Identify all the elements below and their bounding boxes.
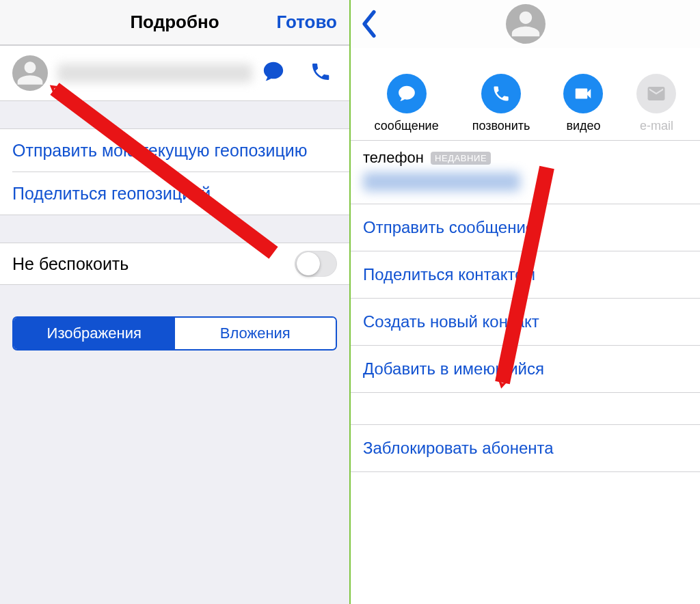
done-button[interactable]: Готово — [277, 12, 337, 33]
email-action: e-mail — [636, 74, 676, 133]
block-contact-link[interactable]: Заблокировать абонента — [351, 424, 700, 472]
segment-images[interactable]: Изображения — [14, 318, 175, 349]
dnd-cell: Не беспокоить — [0, 243, 349, 285]
phone-circle-icon — [481, 74, 521, 113]
phone-number-blurred — [57, 64, 252, 83]
video-action[interactable]: видео — [563, 74, 603, 133]
message-circle-icon — [387, 74, 427, 113]
action-button-row: сообщение позвонить видео e-mail — [351, 48, 700, 141]
phone-label: телефон — [363, 149, 424, 167]
share-contact-link[interactable]: Поделиться контактом — [351, 251, 700, 299]
message-label: сообщение — [375, 119, 439, 133]
avatar-icon — [506, 4, 546, 44]
email-label: e-mail — [640, 119, 673, 133]
share-location-cell[interactable]: Поделиться геопозицией — [0, 172, 349, 215]
video-circle-icon — [563, 74, 603, 113]
contact-pane: сообщение позвонить видео e-mail — [350, 0, 700, 604]
call-label: позвонить — [472, 119, 530, 133]
dnd-label: Не беспокоить — [12, 254, 295, 274]
location-group: Отправить мою текущую геопозицию Поделит… — [0, 128, 349, 215]
recent-badge: НЕДАВНИЕ — [431, 152, 491, 165]
send-message-link[interactable]: Отправить сообщение — [351, 204, 700, 251]
call-action[interactable]: позвонить — [472, 74, 530, 133]
nav-bar: Подробно Готово — [0, 0, 349, 45]
new-contact-link[interactable]: Создать новый контакт — [351, 299, 700, 346]
back-chevron-icon[interactable] — [360, 10, 378, 41]
message-icon[interactable] — [262, 60, 285, 86]
email-circle-icon — [636, 74, 676, 113]
nav-bar-right — [351, 0, 700, 48]
segment-attachments[interactable]: Вложения — [175, 318, 336, 349]
nav-title: Подробно — [130, 12, 219, 33]
send-location-cell[interactable]: Отправить мою текущую геопозицию — [0, 129, 349, 171]
video-label: видео — [566, 119, 600, 133]
segmented-control[interactable]: Изображения Вложения — [12, 316, 337, 351]
phone-icon[interactable] — [310, 61, 332, 85]
dnd-switch[interactable] — [295, 251, 337, 277]
message-action[interactable]: сообщение — [375, 74, 439, 133]
phone-section[interactable]: телефон НЕДАВНИЕ — [351, 141, 700, 204]
avatar-icon — [12, 55, 48, 91]
contact-header[interactable] — [0, 45, 349, 101]
detail-pane: Подробно Готово Отправить мою текущую ге… — [0, 0, 350, 604]
add-existing-link[interactable]: Добавить в имеющийся — [351, 346, 700, 393]
phone-number-blurred — [363, 172, 520, 191]
